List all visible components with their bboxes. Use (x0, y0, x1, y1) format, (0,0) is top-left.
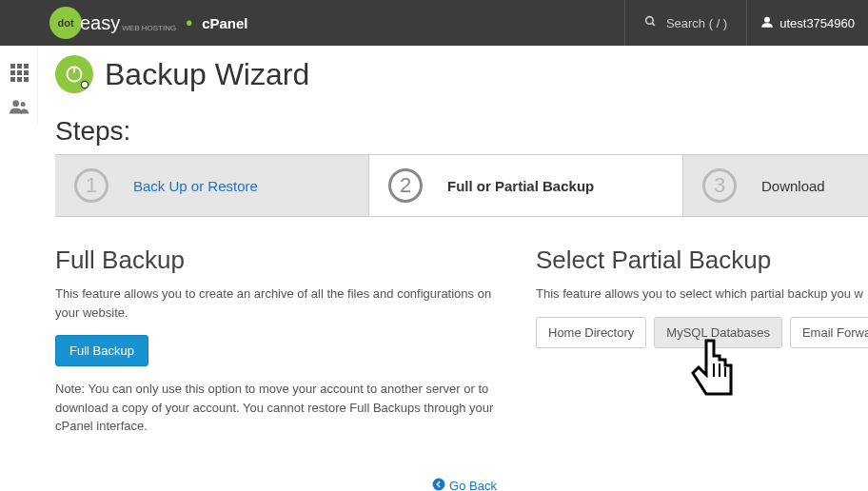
full-backup-desc: This feature allows you to create an arc… (55, 285, 507, 322)
sidebar (0, 46, 38, 124)
user-icon (760, 15, 774, 31)
partial-backup-desc: This feature allows you to select which … (536, 285, 868, 304)
partial-backup-section: Select Partial Backup This feature allow… (536, 246, 868, 449)
step-number: 2 (388, 168, 423, 203)
backup-wizard-icon (55, 55, 93, 93)
svg-point-3 (12, 100, 19, 107)
search-placeholder: Search ( / ) (666, 16, 727, 30)
full-backup-heading: Full Backup (55, 246, 507, 275)
logo-area[interactable]: dot easy WEB HOSTING • cPanel (0, 7, 248, 39)
page-title: Backup Wizard (105, 57, 309, 92)
svg-line-1 (652, 23, 655, 26)
search-icon (644, 15, 657, 30)
main-content: Backup Wizard Steps: 1 Back Up or Restor… (0, 46, 868, 491)
sidebar-users-icon[interactable] (0, 89, 38, 124)
username: utest3754960 (779, 16, 855, 30)
logo-circle: dot (49, 7, 82, 39)
email-forwarders-button[interactable]: Email Forward (790, 317, 868, 348)
sidebar-apps-icon[interactable] (0, 55, 38, 89)
step-3[interactable]: 3 Download (683, 155, 868, 216)
svg-point-2 (764, 16, 770, 22)
go-back-link[interactable]: Go Back (432, 478, 497, 492)
step-2[interactable]: 2 Full or Partial Backup (369, 155, 683, 216)
full-backup-note: Note: You can only use this option to mo… (55, 380, 507, 436)
cpanel-label: cPanel (202, 15, 247, 31)
steps-bar: 1 Back Up or Restore 2 Full or Partial B… (55, 154, 868, 217)
user-menu[interactable]: utest3754960 (746, 0, 868, 46)
svg-point-4 (21, 102, 26, 107)
svg-point-0 (646, 17, 654, 25)
partial-backup-heading: Select Partial Backup (536, 246, 868, 275)
step-label: Back Up or Restore (133, 178, 258, 194)
search-box[interactable]: Search ( / ) (624, 0, 746, 46)
logo-suffix: easy (80, 12, 120, 34)
mysql-databases-button[interactable]: MySQL Databases (654, 317, 782, 348)
step-number: 1 (74, 168, 108, 203)
logo-separator: • (186, 12, 192, 34)
svg-point-7 (433, 478, 445, 490)
steps-heading: Steps: (55, 116, 868, 147)
go-back-row: Go Back (55, 478, 868, 492)
home-directory-button[interactable]: Home Directory (536, 317, 646, 348)
topbar: dot easy WEB HOSTING • cPanel Search ( /… (0, 0, 868, 46)
arrow-left-icon (432, 478, 445, 492)
full-backup-button[interactable]: Full Backup (55, 335, 148, 366)
step-label: Download (761, 178, 825, 194)
full-backup-section: Full Backup This feature allows you to c… (55, 246, 536, 449)
logo-sublabel: WEB HOSTING (122, 24, 176, 32)
step-number: 3 (702, 168, 737, 203)
step-label: Full or Partial Backup (447, 178, 594, 194)
step-1[interactable]: 1 Back Up or Restore (55, 155, 369, 216)
go-back-label: Go Back (449, 479, 497, 492)
